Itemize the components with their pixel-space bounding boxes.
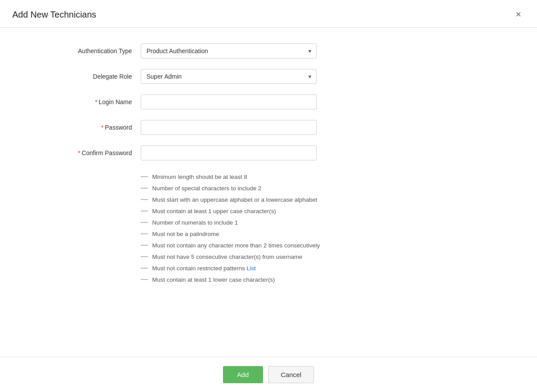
auth-type-row: Authentication Type Product Authenticati… [0, 44, 537, 58]
close-button[interactable]: × [512, 8, 525, 21]
rule-item: — Number of special characters to includ… [141, 182, 413, 194]
rule-dash-icon: — [141, 265, 148, 272]
login-name-control [141, 94, 317, 109]
login-name-row: *Login Name [0, 94, 537, 109]
delegate-role-row: Delegate Role Super Admin Admin Technici… [0, 69, 537, 84]
rule-text: Must contain at least 1 lower case chara… [152, 276, 275, 283]
rule-dash-icon: — [141, 242, 148, 249]
password-rules-list: — Minimum length should be at least 8 — … [141, 171, 413, 285]
rule-item: — Must contain at least 1 upper case cha… [141, 205, 413, 217]
add-technicians-dialog: Add New Technicians × Authentication Typ… [0, 0, 537, 392]
password-row: *Password [0, 120, 537, 135]
password-rules-section: — Minimum length should be at least 8 — … [0, 171, 537, 285]
confirm-password-input[interactable] [141, 145, 317, 160]
rule-item: — Must not contain any character more th… [141, 240, 413, 251]
rule-dash-icon: — [141, 196, 148, 203]
add-button[interactable]: Add [223, 366, 263, 383]
login-name-required-star: * [95, 98, 97, 105]
dialog-title: Add New Technicians [12, 10, 96, 20]
confirm-password-label: *Confirm Password [44, 149, 141, 156]
rule-text: Must not be a palindrome [152, 231, 219, 237]
rule-item: — Must not contain restricted patterns L… [141, 262, 413, 274]
delegate-role-label: Delegate Role [44, 73, 141, 80]
delegate-role-control: Super Admin Admin Technician ▾ [141, 69, 317, 84]
delegate-role-select-wrapper: Super Admin Admin Technician ▾ [141, 69, 317, 84]
rule-text: Number of numerals to include 1 [152, 219, 238, 226]
rule-item: — Must start with an uppercase alphabet … [141, 194, 413, 205]
rule-dash-icon: — [141, 173, 148, 180]
rule-text: Minimum length should be at least 8 [152, 174, 247, 180]
rule-item: — Must not be a palindrome [141, 228, 413, 240]
confirm-password-control [141, 145, 317, 160]
rule-text: Must not have 5 consecutive character(s)… [152, 254, 302, 260]
password-control [141, 120, 317, 135]
rule-item: — Must contain at least 1 lower case cha… [141, 274, 413, 285]
dialog-header: Add New Technicians × [0, 0, 537, 28]
rule-text: Number of special characters to include … [152, 185, 261, 192]
rule-item: — Number of numerals to include 1 [141, 217, 413, 228]
rule-item: — Minimum length should be at least 8 [141, 171, 413, 182]
rule-dash-icon: — [141, 230, 148, 237]
dialog-body: Authentication Type Product Authenticati… [0, 28, 537, 357]
cancel-button[interactable]: Cancel [268, 366, 314, 383]
rule-dash-icon: — [141, 219, 148, 226]
rule-dash-icon: — [141, 276, 148, 283]
auth-type-label: Authentication Type [44, 47, 141, 54]
rule-dash-icon: — [141, 207, 148, 214]
password-required-star: * [101, 124, 103, 131]
dialog-footer: Add Cancel [0, 357, 537, 392]
restricted-patterns-link[interactable]: List [247, 265, 256, 272]
password-input[interactable] [141, 120, 317, 135]
rule-text: Must not contain any character more than… [152, 242, 320, 249]
auth-type-control: Product Authentication Active Directory … [141, 44, 317, 58]
rule-item: — Must not have 5 consecutive character(… [141, 251, 413, 262]
confirm-password-required-star: * [78, 149, 80, 156]
auth-type-select-wrapper: Product Authentication Active Directory … [141, 44, 317, 58]
rule-text: Must not contain restricted patterns Lis… [152, 265, 256, 272]
auth-type-select[interactable]: Product Authentication Active Directory [141, 44, 317, 58]
rule-text: Must contain at least 1 upper case chara… [152, 208, 276, 214]
login-name-label: *Login Name [44, 98, 141, 105]
delegate-role-select[interactable]: Super Admin Admin Technician [141, 69, 317, 84]
rule-dash-icon: — [141, 253, 148, 260]
rule-dash-icon: — [141, 185, 148, 192]
password-label: *Password [44, 124, 141, 131]
rules-offset [44, 171, 141, 285]
rule-text: Must start with an uppercase alphabet or… [152, 196, 317, 203]
login-name-input[interactable] [141, 94, 317, 109]
confirm-password-row: *Confirm Password [0, 145, 537, 160]
